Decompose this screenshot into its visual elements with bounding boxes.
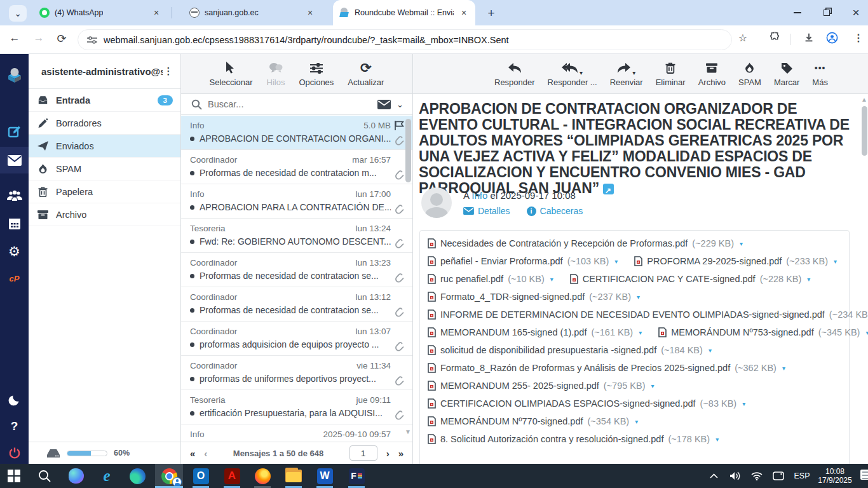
extensions-button[interactable] (766, 32, 783, 45)
rail-compose[interactable] (0, 119, 29, 146)
next-page-button[interactable]: › (386, 448, 390, 459)
back-button[interactable]: ← (6, 32, 23, 44)
connect-display-button[interactable] (768, 471, 789, 480)
tab-sanjuan[interactable]: sanjuan.gob.ec × (183, 0, 322, 25)
last-page-button[interactable]: » (398, 448, 403, 459)
select-button[interactable]: Seleccionar (210, 60, 253, 87)
attachment-link[interactable]: CERTIFICACION PAC Y CATE-signed.pdf(~228… (570, 274, 811, 284)
close-icon[interactable]: × (459, 8, 469, 18)
omnibox[interactable] (78, 29, 732, 50)
recipient-link[interactable]: Info (471, 190, 487, 201)
list-scrollbar[interactable]: ▼ (405, 118, 411, 440)
window-close-button[interactable]: × (841, 0, 868, 25)
caret-down-icon[interactable]: ▾ (635, 418, 638, 425)
attachment-link[interactable]: MEMORANDUM 165-signed (1).pdf(~161 KB)▾ (428, 327, 642, 337)
folder-entrada[interactable]: Entrada 3 (29, 89, 180, 112)
message-row[interactable]: Info5.0 MB APROBACION DE CONTRATACION OR… (181, 116, 412, 150)
message-row[interactable]: Coordinadorlun 13:07 proformas adquisici… (181, 322, 412, 356)
browser-menu-button[interactable]: ⋮ (850, 32, 867, 44)
chevron-down-icon[interactable]: ⌄ (397, 100, 403, 109)
rail-logout[interactable] (0, 440, 29, 464)
attachment-link[interactable]: CERTIFICACION OLIMPIADAS ESPACIOS-signed… (428, 398, 745, 409)
spam-button[interactable]: SPAM (738, 60, 761, 87)
caret-down-icon[interactable]: ▾ (614, 258, 618, 265)
search-scope-mail-icon[interactable] (377, 100, 391, 109)
folder-archivo[interactable]: Archivo (29, 203, 180, 226)
account-header[interactable]: asistente-administrativo@sa... ⋮ (29, 54, 180, 89)
site-info-icon[interactable] (87, 36, 97, 44)
message-row[interactable]: Info2025-09-10 09:57 (181, 424, 412, 442)
caret-down-icon[interactable]: ▾ (550, 276, 553, 283)
caret-down-icon[interactable]: ▾ (639, 329, 642, 336)
profile-button[interactable] (824, 32, 840, 46)
prev-page-button[interactable]: ‹ (204, 448, 207, 459)
delete-button[interactable]: Eliminar (656, 60, 686, 87)
taskbar-copilot-button[interactable] (62, 464, 90, 488)
page-number-input[interactable] (349, 445, 377, 461)
first-page-button[interactable]: « (190, 448, 195, 459)
attachment-link[interactable]: 8. Solicitud Autorización contra y resol… (428, 434, 719, 444)
folder-borradores[interactable]: Borradores (29, 112, 180, 135)
caret-down-icon[interactable]: ▾ (651, 383, 654, 390)
rail-contacts[interactable] (0, 182, 29, 209)
bookmark-button[interactable]: ☆ (735, 32, 751, 44)
forward-button[interactable]: ▾ Reenviar (610, 60, 643, 87)
flag-icon[interactable] (394, 120, 405, 133)
reply-button[interactable]: Responder (494, 60, 535, 87)
refresh-button[interactable]: ⟳ Actualizar (348, 60, 384, 87)
view-scrollbar-thumb[interactable] (862, 106, 867, 156)
caret-down-icon[interactable]: ▾ (580, 69, 583, 76)
attachment-link[interactable]: ruc penafiel.pdf(~10 KB)▾ (428, 274, 553, 284)
rail-mail[interactable] (0, 147, 29, 173)
message-row[interactable]: Tesoreriajue 09:11 ertificación Presupue… (181, 390, 412, 424)
attachment-link[interactable]: MEMORANDUM 255- 2025-signed.pdf(~795 KB)… (428, 381, 654, 391)
tray-expand-button[interactable] (703, 473, 724, 478)
rail-cpanel[interactable]: cP (0, 265, 29, 292)
message-row[interactable]: Coordinadorlun 13:23 Proformas de necesi… (181, 253, 412, 287)
window-restore-button[interactable] (812, 0, 841, 25)
more-button[interactable]: ••• Más (812, 60, 828, 87)
volume-button[interactable] (724, 471, 746, 480)
scroll-down-icon[interactable]: ▼ (405, 428, 411, 435)
notification-center-button[interactable]: 4 (855, 464, 868, 488)
scroll-up-icon[interactable]: ▲ (861, 96, 867, 103)
attachment-link[interactable]: INFORME DE DETERMINACION DE NECESIDAD EV… (428, 309, 868, 320)
reply-all-button[interactable]: ▾ Responder ... (548, 60, 597, 87)
language-indicator[interactable]: ESP (789, 471, 815, 480)
folder-spam[interactable]: SPAM (29, 158, 180, 180)
list-scrollbar-thumb[interactable] (405, 119, 411, 182)
roundcube-logo[interactable] (0, 60, 29, 90)
rail-help[interactable]: ? (0, 413, 29, 440)
mark-button[interactable]: Marcar (774, 60, 799, 87)
rail-settings[interactable]: ⚙ (0, 238, 29, 265)
details-toggle[interactable]: Detalles (463, 206, 510, 216)
taskbar-internet-explorer-button[interactable]: e (93, 464, 121, 488)
start-button[interactable] (0, 464, 28, 488)
taskbar-word-button[interactable]: W (311, 464, 339, 488)
caret-down-icon[interactable]: ▾ (740, 240, 743, 247)
caret-down-icon[interactable]: ▾ (709, 347, 712, 354)
url-input[interactable] (104, 35, 722, 45)
caret-down-icon[interactable]: ▾ (807, 276, 810, 283)
clock[interactable]: 10:08 17/9/2025 (815, 467, 855, 485)
kebab-icon[interactable]: ⋮ (163, 65, 174, 77)
caret-down-icon[interactable]: ▾ (715, 436, 719, 443)
message-row[interactable]: Tesorerialun 13:24 Fwd: Re: GOBIERNO AUT… (181, 219, 412, 253)
new-tab-button[interactable]: + (483, 5, 499, 22)
tab-roundcube-active[interactable]: Roundcube Webmail :: Enviados × (333, 0, 475, 25)
caret-down-icon[interactable]: ▾ (742, 400, 745, 407)
message-row[interactable]: Coordinadorvie 11:34 proformas de unifor… (181, 356, 412, 390)
options-button[interactable]: Opciones (299, 60, 334, 87)
caret-down-icon[interactable]: ▾ (632, 69, 635, 76)
attachment-link[interactable]: Necesidades de Contratación y Recepción … (428, 238, 743, 248)
archive-button[interactable]: Archivo (698, 60, 726, 87)
caret-down-icon[interactable]: ▾ (834, 258, 837, 265)
tab-search-button[interactable]: ⌄ (9, 5, 27, 22)
wifi-button[interactable] (746, 471, 768, 480)
taskbar-file-explorer-button[interactable] (280, 464, 308, 488)
open-in-new-window-icon[interactable] (603, 184, 614, 194)
headers-toggle[interactable]: i Cabeceras (527, 206, 583, 216)
attachment-link[interactable]: MEMORÁNDUM Nº770-signed.pdf(~354 KB)▾ (428, 416, 638, 426)
folder-enviados[interactable]: Enviados (29, 135, 180, 158)
caret-down-icon[interactable]: ▾ (637, 294, 640, 301)
